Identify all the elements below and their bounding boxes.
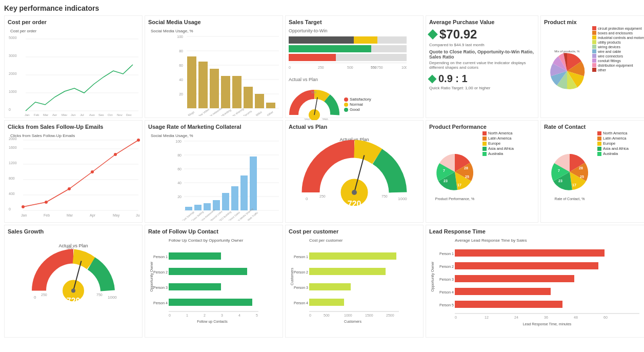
- svg-rect-155: [169, 268, 247, 275]
- rate-of-contact-legend: North America Latin America Europe Asia …: [597, 131, 629, 157]
- svg-text:Person 2: Person 2: [153, 270, 168, 274]
- lead-response-chart: Average Lead Response Time by Sales Oppo…: [429, 236, 644, 338]
- svg-rect-159: [169, 299, 252, 306]
- svg-text:Nov: Nov: [117, 113, 123, 116]
- svg-rect-40: [255, 94, 264, 108]
- panel-cost-per-order: Cost per order Cost per order 0 1000 200…: [4, 15, 143, 118]
- svg-text:0: 0: [455, 316, 457, 319]
- panel-clicks-emails: Clicks from Sales Follow-Up Emails Click…: [4, 120, 143, 223]
- svg-rect-173: [309, 268, 386, 275]
- svg-text:Apr: Apr: [90, 213, 96, 218]
- svg-text:Feb: Feb: [44, 213, 50, 217]
- follow-up-contact-chart: Follow Up Contact by Opportunity Owner O…: [148, 236, 280, 338]
- svg-text:60: 60: [179, 64, 183, 67]
- ratio-value: 0.9 : 1: [438, 73, 468, 85]
- avg-purchase-title: Average Purchase Value: [429, 19, 535, 25]
- svg-text:5000: 5000: [9, 36, 17, 40]
- svg-text:28: 28: [464, 166, 468, 170]
- svg-text:Person 2: Person 2: [294, 270, 308, 274]
- clicks-emails-title: Clicks from Sales Follow-Up Emails: [8, 124, 139, 130]
- svg-text:60: 60: [603, 316, 608, 319]
- svg-text:2500: 2500: [386, 314, 394, 317]
- panel-follow-up-contact: Rate of Follow Up Contact Follow Up Cont…: [145, 225, 283, 338]
- svg-text:Person 3: Person 3: [439, 278, 454, 281]
- svg-rect-102: [185, 207, 192, 210]
- svg-text:1500: 1500: [365, 314, 373, 317]
- svg-rect-188: [455, 249, 605, 257]
- svg-text:250: 250: [319, 194, 326, 198]
- svg-text:40: 40: [179, 78, 183, 82]
- svg-point-81: [91, 170, 94, 173]
- panel-cost-per-customer: Cost per customer Cost per customer Cust…: [285, 225, 424, 338]
- actual-vs-plan-label: Actual vs Plan: [289, 77, 420, 82]
- svg-text:1000: 1000: [398, 197, 407, 201]
- svg-text:250: 250: [318, 66, 324, 69]
- svg-text:20: 20: [179, 92, 183, 96]
- svg-text:Online Video: Online Video: [195, 108, 210, 116]
- panel-social-media: Social Media Usage Social Media Usage, %…: [145, 15, 283, 118]
- svg-rect-192: [455, 275, 574, 282]
- svg-text:750: 750: [96, 293, 103, 297]
- svg-text:1000: 1000: [9, 90, 17, 93]
- main-title: Key performance indicators: [4, 4, 640, 12]
- product-performance-pie: 28 25 17 23 7 Product Performance, %: [429, 131, 480, 213]
- sales-growth-gauge: Actual vs Plan 0 500 1000 250 750 720: [30, 236, 117, 325]
- rate-of-contact-pie: 28 25 17 23 7 Rate of Contact, %: [544, 131, 595, 213]
- svg-text:Person 1: Person 1: [294, 255, 308, 259]
- svg-rect-36: [210, 69, 219, 108]
- svg-text:Cost per customer: Cost per customer: [309, 238, 343, 243]
- svg-text:Person 1: Person 1: [153, 255, 168, 259]
- svg-text:Rate of Contact, %: Rate of Contact, %: [555, 197, 585, 201]
- svg-rect-196: [455, 301, 562, 308]
- svg-text:60: 60: [177, 167, 182, 171]
- svg-point-79: [45, 201, 48, 204]
- svg-text:Person 4: Person 4: [294, 301, 308, 305]
- normal-label: Normal: [350, 102, 363, 107]
- svg-text:Jan: Jan: [21, 213, 27, 217]
- svg-text:Forums: Forums: [243, 109, 252, 116]
- product-mix-legend: circuit protection equipment boxes and e…: [592, 26, 644, 72]
- svg-text:Other: Other: [266, 110, 274, 116]
- good-label: Good: [350, 107, 360, 112]
- product-mix-pie: Mix of products, %: [544, 26, 590, 116]
- svg-text:Jun: Jun: [71, 113, 76, 116]
- svg-text:0: 0: [34, 295, 36, 300]
- svg-text:Person 3: Person 3: [153, 286, 168, 289]
- lead-response-title: Lead Response Time: [429, 228, 644, 234]
- panel-avg-purchase: Average Purchase Value $70.92 Compared t…: [426, 15, 538, 118]
- sales-target-title: Sales Target: [289, 19, 420, 25]
- svg-text:Average Lead Response Time by : Average Lead Response Time by Sales: [455, 238, 527, 243]
- svg-rect-104: [204, 203, 211, 210]
- cost-per-order-chart: Cost per order 0 1000 2000 3000 5000 Jan…: [8, 26, 140, 116]
- svg-text:Person 1: Person 1: [439, 252, 454, 256]
- dashboard: Key performance indicators Cost per orde…: [0, 0, 644, 342]
- svg-text:48: 48: [574, 316, 578, 319]
- svg-text:500: 500: [311, 91, 317, 94]
- svg-point-83: [137, 139, 140, 142]
- svg-rect-39: [244, 87, 253, 108]
- svg-text:500: 500: [347, 66, 353, 69]
- svg-text:3000: 3000: [9, 54, 17, 57]
- avg-purchase-comparison: Compared to $44.9 last month: [429, 43, 535, 47]
- svg-text:40: 40: [177, 181, 182, 185]
- sales-growth-title: Sales Growth: [8, 228, 139, 234]
- ratio-note: Quick Ratio Target: 1,00 or higher: [429, 86, 535, 90]
- cost-per-order-title: Cost per order: [8, 19, 139, 25]
- svg-text:250: 250: [41, 293, 47, 297]
- ratio-desc: Depending on the current value the indic…: [429, 61, 535, 70]
- svg-text:Person 4: Person 4: [439, 290, 454, 294]
- svg-text:Sep: Sep: [98, 113, 104, 116]
- svg-text:0: 0: [9, 108, 11, 111]
- svg-text:Mar: Mar: [67, 213, 73, 217]
- svg-text:0: 0: [306, 197, 308, 201]
- svg-text:400: 400: [9, 192, 15, 195]
- svg-text:Follow up Contacts: Follow up Contacts: [197, 320, 228, 324]
- svg-text:Person 2: Person 2: [439, 265, 454, 268]
- svg-text:20: 20: [177, 195, 182, 199]
- svg-text:17: 17: [572, 183, 576, 187]
- marketing-collateral-chart: Social Media Usage, % 100 80 60 40 20: [148, 131, 280, 221]
- cost-per-customer-chart: Cost per customer Customers Person 1 Per…: [289, 236, 421, 338]
- actual-vs-plan-gauge-top: 0 500 1000 250 750: [289, 84, 340, 125]
- svg-text:720: 720: [67, 297, 80, 305]
- svg-point-126: [352, 190, 357, 195]
